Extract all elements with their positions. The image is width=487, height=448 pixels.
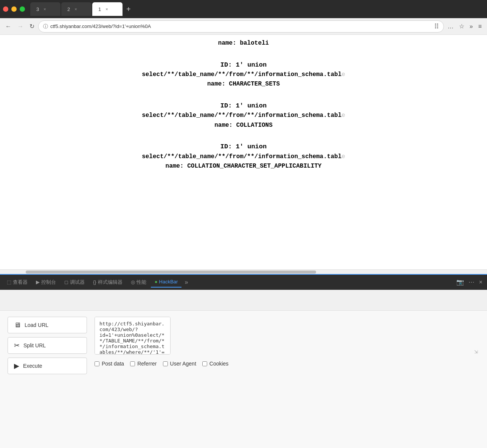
nav-bar: ← → ↻ ⓘ ⠿ … ☆ » ≡ xyxy=(0,18,487,35)
entry-0: name: baloteli xyxy=(8,39,479,48)
scrollbar-thumb[interactable] xyxy=(26,271,316,274)
devtools-tab-hackbar[interactable]: ● HackBar xyxy=(151,277,182,288)
tab-1[interactable]: 1 × xyxy=(92,2,123,16)
style-editor-label: 样式编辑器 xyxy=(98,279,123,286)
hackbar-label: HackBar xyxy=(159,279,178,285)
cookies-label: Cookies xyxy=(209,361,229,367)
resize-handle: ⇲ xyxy=(474,349,478,355)
entry-1-name: name: CHARACTER_SETS xyxy=(8,79,479,89)
horizontal-scrollbar[interactable] xyxy=(0,269,487,274)
tab-bar: 3 × 2 × 1 × + xyxy=(0,0,487,18)
devtools-more-button[interactable]: » xyxy=(182,279,190,286)
more-nav-button[interactable]: … xyxy=(445,22,456,31)
entry-2: ID: 1' union select/**/table_name/**/fro… xyxy=(8,101,479,130)
minimize-button[interactable] xyxy=(11,6,17,12)
tab-1-label: 1 xyxy=(98,6,101,12)
inspector-label: 查看器 xyxy=(13,279,28,286)
post-data-checkbox[interactable]: Post data xyxy=(95,361,124,367)
hackbar-panel: 🖥 Load URL ✂ Split URL ▶ Execute xyxy=(0,290,487,448)
style-editor-icon: {} xyxy=(93,279,96,285)
inspector-icon: ⬚ xyxy=(7,279,11,285)
devtools-panel: ⬚ 查看器 ▶ 控制台 ◻ 调试器 {} 样式编辑器 ◎ 性能 xyxy=(0,274,487,448)
entry-3-name: name: COLLATION_CHARACTER_SET_APPLICABIL… xyxy=(8,162,479,171)
debugger-icon: ◻ xyxy=(64,279,68,285)
address-bar: ⓘ ⠿ xyxy=(38,20,444,33)
hackbar-empty-row xyxy=(0,290,487,311)
hackbar-checkboxes: Post data Referrer User Agent xyxy=(95,361,479,367)
tab-3-close[interactable]: × xyxy=(43,7,46,11)
hackbar-right: ⇲ Post data Referrer xyxy=(95,317,479,442)
new-tab-button[interactable]: + xyxy=(123,5,134,14)
hackbar-main: 🖥 Load URL ✂ Split URL ▶ Execute xyxy=(0,311,487,448)
load-url-label: Load URL xyxy=(25,322,48,328)
post-data-label: Post data xyxy=(102,361,124,367)
page-content: name: baloteli ID: 1' union select/**/ta… xyxy=(0,35,487,269)
devtools-actions: 📷 ⋯ × xyxy=(455,277,484,287)
cookies-input[interactable] xyxy=(202,361,207,366)
user-agent-checkbox[interactable]: User Agent xyxy=(163,361,196,367)
referrer-input[interactable] xyxy=(130,361,135,366)
entry-1: ID: 1' union select/**/table_name/**/fro… xyxy=(8,60,479,89)
info-icon: ⓘ xyxy=(43,23,48,30)
devtools-tab-inspector[interactable]: ⬚ 查看器 xyxy=(3,277,31,288)
forward-button[interactable]: → xyxy=(15,22,26,31)
devtools-screenshot-button[interactable]: 📷 xyxy=(455,277,465,287)
devtools-close-button[interactable]: × xyxy=(478,277,484,287)
maximize-button[interactable] xyxy=(20,6,25,12)
entry-0-name: name: baloteli xyxy=(8,39,479,48)
cookies-checkbox[interactable]: Cookies xyxy=(202,361,229,367)
user-agent-label: User Agent xyxy=(170,361,196,367)
browser-window: 3 × 2 × 1 × + ← → ↻ ⓘ ⠿ … ☆ » ≡ xyxy=(0,0,487,448)
entry-2-select: select/**/table_name/**/from/**/informat… xyxy=(8,111,479,121)
execute-button[interactable]: ▶ Execute xyxy=(8,358,87,374)
performance-icon: ◎ xyxy=(131,279,135,285)
url-input[interactable] xyxy=(50,23,432,29)
nav-icons: … ☆ » ≡ xyxy=(445,21,484,31)
entry-3: ID: 1' union select/**/table_name/**/fro… xyxy=(8,142,479,171)
devtools-tab-debugger[interactable]: ◻ 调试器 xyxy=(60,277,88,288)
performance-label: 性能 xyxy=(136,279,146,286)
tab-1-close[interactable]: × xyxy=(105,7,108,11)
hackbar-icon: ● xyxy=(155,279,158,285)
post-data-input[interactable] xyxy=(95,361,99,366)
entry-1-select: select/**/table_name/**/from/**/informat… xyxy=(8,70,479,80)
reload-button[interactable]: ↻ xyxy=(27,21,37,31)
hackbar-url-wrap: ⇲ xyxy=(95,317,479,356)
entry-1-id: ID: 1' union xyxy=(8,60,479,70)
entry-3-select: select/**/table_name/**/from/**/informat… xyxy=(8,152,479,162)
console-icon: ▶ xyxy=(36,279,40,285)
close-button[interactable] xyxy=(3,6,8,12)
split-url-icon: ✂ xyxy=(14,341,20,350)
entry-2-id: ID: 1' union xyxy=(8,101,479,111)
tab-2-label: 2 xyxy=(67,6,70,12)
user-agent-input[interactable] xyxy=(163,361,168,366)
tab-3[interactable]: 3 × xyxy=(30,2,60,16)
devtools-tab-style-editor[interactable]: {} 样式编辑器 xyxy=(89,277,126,288)
hackbar-url-textarea[interactable] xyxy=(95,317,171,355)
devtools-options-button[interactable]: ⋯ xyxy=(467,277,476,287)
execute-icon: ▶ xyxy=(14,362,19,370)
entry-2-name: name: COLLATIONS xyxy=(8,121,479,131)
menu-button[interactable]: ≡ xyxy=(476,22,484,31)
load-url-button[interactable]: 🖥 Load URL xyxy=(8,317,87,333)
entry-3-id: ID: 1' union xyxy=(8,142,479,152)
tab-2-close[interactable]: × xyxy=(74,7,77,11)
load-url-icon: 🖥 xyxy=(14,321,21,329)
devtools-tab-console[interactable]: ▶ 控制台 xyxy=(32,277,60,288)
referrer-checkbox[interactable]: Referrer xyxy=(130,361,157,367)
tab-3-label: 3 xyxy=(36,6,39,12)
execute-label: Execute xyxy=(23,363,42,369)
referrer-label: Referrer xyxy=(137,361,157,367)
tab-2[interactable]: 2 × xyxy=(61,2,92,16)
devtools-tab-bar: ⬚ 查看器 ▶ 控制台 ◻ 调试器 {} 样式编辑器 ◎ 性能 xyxy=(0,275,487,290)
devtools-tab-performance[interactable]: ◎ 性能 xyxy=(127,277,150,288)
hackbar-buttons: 🖥 Load URL ✂ Split URL ▶ Execute xyxy=(8,317,87,442)
debugger-label: 调试器 xyxy=(70,279,85,286)
split-url-label: Split URL xyxy=(23,342,46,348)
back-button[interactable]: ← xyxy=(3,22,14,31)
expand-button[interactable]: » xyxy=(467,22,475,31)
star-button[interactable]: ☆ xyxy=(457,21,467,31)
qr-icon[interactable]: ⠿ xyxy=(434,22,439,31)
split-url-button[interactable]: ✂ Split URL xyxy=(8,337,87,354)
console-label: 控制台 xyxy=(41,279,56,286)
